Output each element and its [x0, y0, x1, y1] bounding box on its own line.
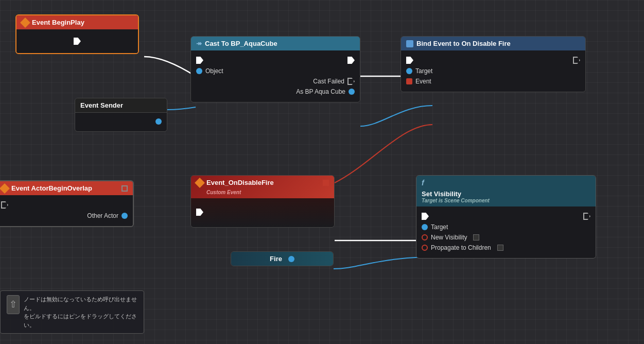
- pin-object[interactable]: [196, 68, 202, 74]
- tooltip-line1: ノードは無効になっているため呼び出せません。: [24, 295, 137, 312]
- exec-in-bind[interactable]: [406, 57, 413, 64]
- pin-row-other-actor: Other Actor: [0, 211, 133, 221]
- pin-propagate[interactable]: [422, 245, 428, 251]
- pin-row-bind-event: Event: [401, 76, 585, 87]
- tooltip-line2: をビルドするにはピンをドラッグしてください。: [24, 312, 137, 329]
- node-body-event-sender: [75, 113, 167, 131]
- node-title-bind: Bind Event to On Disable Fire: [416, 40, 511, 47]
- node-body-begin-play: [16, 29, 138, 53]
- checkbox-propagate[interactable]: [497, 245, 503, 251]
- pin-label-as-bp: As BP Aqua Cube: [296, 88, 345, 95]
- pin-label-sv-target: Target: [431, 223, 448, 231]
- node-title-fire: Fire: [270, 255, 282, 263]
- node-begin-play[interactable]: Event BeginPlay: [15, 14, 139, 54]
- exec-in-set-visibility[interactable]: [422, 213, 429, 220]
- pin-row-new-visibility: New Visibility: [416, 232, 596, 243]
- pin-row-event-sender: [75, 117, 167, 126]
- exec-out-set-visibility[interactable]: [583, 213, 590, 220]
- node-header-cast: ↠ Cast To BP_AquaCube: [191, 37, 360, 50]
- node-event-sender[interactable]: Event Sender: [75, 98, 167, 132]
- node-subtitle-set-visibility: Target is Scene Component: [422, 198, 490, 203]
- pin-row-object: Object: [191, 66, 360, 76]
- pin-label-other-actor: Other Actor: [87, 212, 118, 219]
- node-title-disable-fire: Event_OnDisableFire: [206, 179, 274, 186]
- pin-row-bind-target: Target: [401, 66, 585, 76]
- exec-row-set-visibility: [416, 211, 596, 222]
- pin-bind-target[interactable]: [406, 68, 412, 74]
- pin-as-bp[interactable]: [349, 89, 355, 95]
- pin-sv-target[interactable]: [422, 224, 428, 230]
- pin-fire-out[interactable]: [288, 256, 294, 262]
- exec-row-disable-fire: [191, 202, 334, 222]
- node-header-bind: Bind Event to On Disable Fire: [401, 37, 585, 50]
- exec-out-disable-fire[interactable]: [196, 209, 203, 216]
- node-body-bind: Target Event: [401, 50, 585, 92]
- pin-label-new-visibility: New Visibility: [431, 234, 467, 241]
- node-cast[interactable]: ↠ Cast To BP_AquaCube Object Cast Failed…: [190, 36, 360, 102]
- node-flag-overlap: [121, 185, 128, 192]
- exec-row-overlap: [0, 199, 133, 211]
- exec-out-overlap[interactable]: [1, 201, 8, 209]
- pin-label-bind-target: Target: [415, 67, 432, 75]
- exec-in-cast[interactable]: [196, 57, 203, 64]
- diamond-icon-overlap: [0, 183, 10, 194]
- node-title-begin-play: Event BeginPlay: [32, 19, 84, 26]
- function-icon: f: [422, 179, 424, 187]
- node-title-overlap: Event ActorBeginOverlap: [11, 184, 92, 192]
- pin-row-propagate: Propagate to Children: [416, 243, 596, 253]
- pin-label-cast-failed: Cast Failed: [313, 78, 344, 85]
- node-disable-fire[interactable]: Event_OnDisableFire Custom Event: [190, 175, 335, 228]
- node-set-visibility[interactable]: f Set Visibility Target is Scene Compone…: [416, 175, 596, 259]
- node-header-begin-play: Event BeginPlay: [16, 15, 138, 29]
- exec-out-pin[interactable]: [74, 38, 81, 45]
- pin-label-bind-event: Event: [415, 78, 431, 85]
- node-flag-icon: [127, 20, 133, 26]
- diamond-icon: [20, 18, 30, 28]
- pin-new-visibility[interactable]: [422, 234, 428, 240]
- pin-event-sender-out[interactable]: [155, 118, 162, 125]
- pin-row-as-bp: As BP Aqua Cube: [191, 87, 360, 97]
- node-body-overlap: Other Actor: [0, 195, 133, 226]
- tooltip-box: ⇧ ノードは無効になっているため呼び出せません。 をビルドするにはピンをドラッグ…: [0, 290, 144, 334]
- pin-row-cast-failed: Cast Failed: [191, 76, 360, 87]
- node-body-cast: Object Cast Failed As BP Aqua Cube: [191, 50, 360, 102]
- node-header-disable-fire: Event_OnDisableFire Custom Event: [191, 176, 334, 198]
- cast-icon: ↠: [196, 40, 202, 47]
- pin-label-propagate: Propagate to Children: [431, 244, 491, 251]
- checkbox-new-visibility[interactable]: [473, 234, 479, 240]
- exec-row-bind: [401, 55, 585, 66]
- pin-row-sv-target: Target: [416, 222, 596, 232]
- node-fire[interactable]: Fire: [231, 251, 334, 266]
- node-title-event-sender: Event Sender: [80, 101, 123, 109]
- pin-cast-failed[interactable]: [347, 78, 355, 85]
- pin-label-object: Object: [205, 67, 223, 75]
- node-header-set-visibility: f Set Visibility Target is Scene Compone…: [416, 176, 596, 207]
- pin-other-actor[interactable]: [121, 213, 128, 219]
- exec-row-cast: [191, 55, 360, 66]
- node-title-cast: Cast To BP_AquaCube: [205, 40, 277, 47]
- diamond-icon-fire: [195, 178, 205, 188]
- pin-bind-event[interactable]: [406, 78, 412, 84]
- node-bind[interactable]: Bind Event to On Disable Fire Target Eve…: [401, 36, 586, 92]
- exec-out-bind[interactable]: [573, 57, 580, 64]
- node-subtitle-disable-fire: Custom Event: [196, 190, 241, 195]
- exec-out-cast[interactable]: [347, 57, 355, 64]
- node-actor-overlap[interactable]: Event ActorBeginOverlap Other Actor: [0, 180, 134, 227]
- node-body-disable-fire: [191, 198, 334, 227]
- node-header-event-sender: Event Sender: [75, 98, 167, 113]
- node-title-set-visibility: Set Visibility: [422, 190, 490, 198]
- node-header-fire: Fire: [231, 252, 333, 266]
- node-body-set-visibility: Target New Visibility Propagate to Child…: [416, 207, 596, 258]
- bind-icon: [406, 40, 413, 47]
- node-header-overlap: Event ActorBeginOverlap: [0, 181, 133, 195]
- node-stop-fire: [323, 180, 329, 186]
